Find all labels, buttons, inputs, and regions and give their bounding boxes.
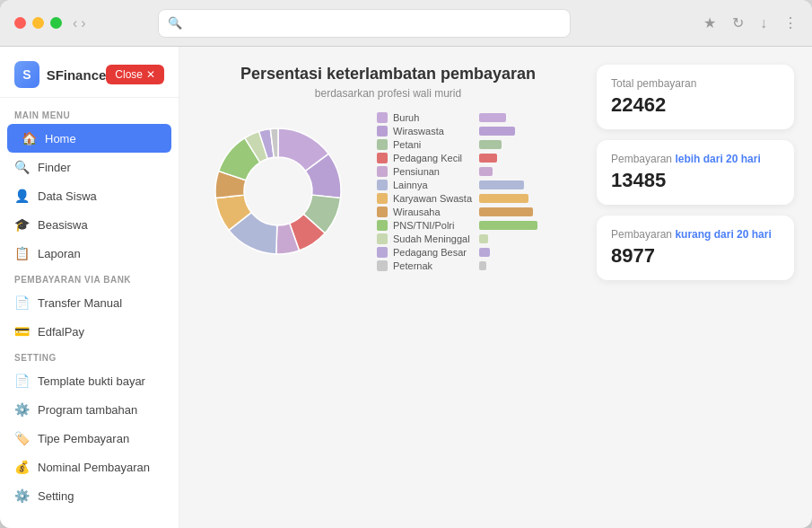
more20-label-pre: Pembayaran	[611, 153, 675, 165]
setting-section-label: SETTING	[0, 346, 179, 366]
legend-label: Wirausaha	[393, 207, 474, 217]
back-arrow[interactable]: ‹	[73, 15, 77, 31]
nominal-pembayaran-icon: 💰	[14, 460, 29, 474]
legend-label: PNS/TNI/Polri	[393, 220, 474, 231]
titlebar-actions: ★ ↻ ↓ ⋮	[703, 14, 798, 31]
less20-value: 8977	[611, 244, 780, 268]
chart-content: BuruhWiraswastaPetaniPedagang KecilPensi…	[197, 110, 579, 272]
legend-bar	[479, 113, 506, 122]
legend-label: Sudah Meninggal	[393, 233, 474, 244]
legend-color-box	[377, 139, 388, 150]
close-traffic-light[interactable]	[14, 17, 26, 29]
legend-color-box	[377, 153, 388, 163]
nav-arrows: ‹ ›	[73, 15, 86, 31]
address-bar[interactable]: 🔍	[158, 9, 571, 38]
brand-icon: S	[14, 61, 39, 88]
legend-item: Petani	[377, 139, 537, 150]
sidebar-item-laporan[interactable]: 📋 Laporan	[0, 239, 179, 268]
sidebar-item-label: EdfalPay	[38, 325, 84, 339]
sidebar-item-label: Data Siswa	[38, 189, 97, 203]
beasiswa-icon: 🎓	[14, 217, 29, 232]
sidebar-item-transfer-manual[interactable]: 📄 Transfer Manual	[0, 288, 179, 317]
more20-card: Pembayaran lebih dari 20 hari 13485	[597, 140, 794, 205]
search-input[interactable]	[188, 16, 561, 30]
sidebar-item-label: Nominal Pembayaran	[38, 461, 150, 474]
sidebar-item-label: Setting	[38, 489, 74, 503]
transfer-manual-icon: 📄	[14, 295, 29, 310]
legend-color-box	[377, 220, 388, 231]
legend-item: Wirausaha	[377, 207, 537, 217]
legend-color-box	[377, 207, 388, 217]
main-content: Persentasi keterlambatan pembayaran berd…	[179, 47, 812, 528]
sidebar-item-data-siswa[interactable]: 👤 Data Siswa	[0, 181, 179, 210]
brand-name: SFinance	[47, 67, 107, 83]
legend-bar	[479, 261, 486, 270]
sidebar-item-home[interactable]: 🏠 Home	[7, 124, 171, 153]
chart-title: Persentasi keterlambatan pembayaran	[197, 65, 579, 84]
legend-label: Wiraswasta	[393, 126, 474, 136]
setting-icon: ⚙️	[14, 488, 29, 503]
legend-item: Pedagang Kecil	[377, 153, 537, 163]
legend-item: Pensiunan	[377, 166, 537, 177]
close-button[interactable]: Close ✕	[106, 65, 164, 84]
legend-label: Pensiunan	[393, 166, 474, 177]
traffic-lights	[14, 17, 62, 29]
legend-bar	[479, 207, 533, 216]
sidebar-item-program-tambahan[interactable]: ⚙️ Program tambahan	[0, 395, 179, 424]
download-icon[interactable]: ↓	[760, 15, 767, 31]
sidebar: S SFinance Close ✕ MAIN MENU 🏠 Home 🔍 Fi…	[0, 47, 179, 528]
close-button-label: Close	[115, 68, 143, 81]
refresh-icon[interactable]: ↻	[732, 14, 744, 31]
finder-icon: 🔍	[14, 160, 29, 174]
sidebar-item-label: Finder	[38, 161, 71, 174]
legend-color-box	[377, 180, 388, 190]
legend-color-box	[377, 260, 388, 271]
sidebar-item-template-bukti[interactable]: 📄 Template bukti bayar	[0, 366, 179, 395]
sidebar-item-label: Laporan	[38, 247, 81, 260]
legend-bar	[479, 140, 502, 149]
forward-arrow[interactable]: ›	[81, 15, 85, 31]
tipe-pembayaran-icon: 🏷️	[14, 431, 29, 445]
more-icon[interactable]: ⋮	[783, 14, 798, 31]
total-payment-card: Total pembayaran 22462	[597, 65, 794, 129]
sidebar-item-nominal-pembayaran[interactable]: 💰 Nominal Pembayaran	[0, 453, 179, 481]
sidebar-item-label: Transfer Manual	[38, 296, 122, 310]
sidebar-item-tipe-pembayaran[interactable]: 🏷️ Tipe Pembayaran	[0, 424, 179, 453]
less20-label-em: kurang dari 20 hari	[675, 228, 771, 241]
legend-item: Karyawan Swasta	[377, 193, 537, 204]
legend-item: Wiraswasta	[377, 126, 537, 136]
legend-color-box	[377, 247, 388, 258]
legend-label: Karyawan Swasta	[393, 193, 474, 204]
maximize-traffic-light[interactable]	[50, 17, 62, 29]
bookmark-icon[interactable]: ★	[703, 14, 716, 31]
less20-label: Pembayaran kurang dari 20 hari	[611, 228, 780, 241]
legend-bar	[479, 194, 528, 203]
total-value: 22462	[611, 93, 780, 117]
legend-bar	[479, 221, 537, 230]
legend-label: Pedagang Besar	[393, 247, 474, 258]
main-menu-label: MAIN MENU	[0, 103, 179, 124]
legend-label: Petani	[393, 139, 474, 150]
template-icon: 📄	[14, 374, 29, 388]
sidebar-item-edfal-pay[interactable]: 💳 EdfalPay	[0, 317, 179, 346]
sidebar-item-beasiswa[interactable]: 🎓 Beasiswa	[0, 210, 179, 239]
legend-item: Sudah Meninggal	[377, 233, 537, 244]
legend-color-box	[377, 112, 388, 123]
legend-color-box	[377, 126, 388, 136]
legend-color-box	[377, 233, 388, 244]
sidebar-item-setting[interactable]: ⚙️ Setting	[0, 481, 179, 510]
sidebar-item-label: Tipe Pembayaran	[38, 432, 129, 445]
chart-subtitle: berdasarkan profesi wali murid	[197, 87, 579, 100]
laporan-icon: 📋	[14, 246, 29, 260]
sidebar-item-label: Beasiswa	[38, 218, 88, 232]
legend-bar	[479, 167, 493, 176]
data-siswa-icon: 👤	[14, 189, 29, 203]
sidebar-item-finder[interactable]: 🔍 Finder	[0, 153, 179, 181]
minimize-traffic-light[interactable]	[32, 17, 44, 29]
legend-color-box	[377, 166, 388, 177]
legend-item: Peternak	[377, 260, 537, 271]
sidebar-item-label: Template bukti bayar	[38, 374, 145, 388]
stats-column: Total pembayaran 22462 Pembayaran lebih …	[597, 65, 794, 280]
legend-bar	[479, 180, 524, 189]
sidebar-item-label: Home	[45, 132, 76, 145]
